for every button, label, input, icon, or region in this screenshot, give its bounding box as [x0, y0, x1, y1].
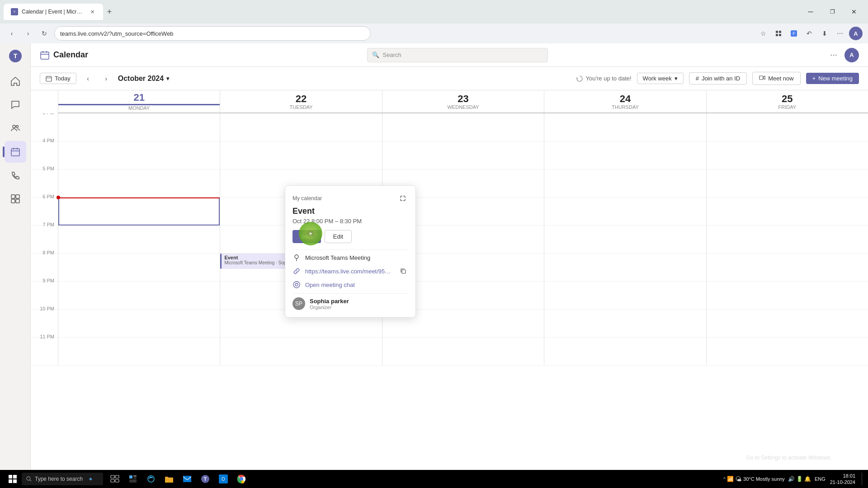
history-icon[interactable]: ↶ — [803, 27, 816, 40]
day-cell[interactable] — [220, 141, 382, 169]
copy-link-button[interactable] — [398, 266, 408, 276]
today-button[interactable]: Today — [40, 73, 76, 84]
next-week-button[interactable]: › — [100, 72, 113, 85]
svg-rect-26 — [115, 475, 119, 478]
battery-icon[interactable]: 🔋 — [796, 476, 803, 482]
join-with-id-button[interactable]: # Join with an ID — [689, 72, 747, 84]
new-meeting-button[interactable]: + New meeting — [806, 73, 859, 84]
weather-display[interactable]: 🌤 30°C Mostly sunny — [735, 475, 785, 483]
sidebar-item-home[interactable] — [5, 70, 26, 92]
day-cell[interactable] — [544, 113, 706, 141]
day-cell[interactable] — [707, 253, 868, 282]
day-cell[interactable] — [544, 225, 706, 253]
user-avatar[interactable]: A — [844, 48, 859, 62]
taskbar-outlook[interactable]: O — [215, 471, 231, 487]
taskbar-task-view[interactable] — [107, 471, 123, 487]
show-hidden-icons[interactable]: ^ — [723, 477, 726, 482]
day-cell[interactable] — [58, 225, 220, 253]
day-cell[interactable] — [707, 197, 868, 225]
day-cell[interactable] — [58, 253, 220, 282]
day-cell[interactable] — [544, 338, 706, 366]
close-button[interactable]: ✕ — [844, 5, 864, 19]
day-cell[interactable] — [382, 141, 544, 169]
sidebar-item-chat[interactable] — [5, 94, 26, 116]
taskbar-explorer[interactable] — [161, 471, 177, 487]
refresh-button[interactable]: ↻ — [38, 27, 51, 40]
day-cell[interactable] — [707, 225, 868, 253]
day-cell[interactable] — [58, 197, 220, 225]
prev-week-button[interactable]: ‹ — [82, 72, 94, 85]
svg-rect-31 — [133, 478, 137, 479]
day-cell[interactable] — [58, 169, 220, 197]
day-cell[interactable] — [544, 169, 706, 197]
open-meeting-chat-button[interactable]: Open meeting chat — [305, 282, 355, 288]
day-cell[interactable] — [220, 338, 382, 366]
address-bar[interactable]: teams.live.com/v2/?utm_source=OfficeWeb — [54, 26, 371, 41]
new-tab-button[interactable]: + — [103, 5, 116, 18]
forward-button[interactable]: › — [22, 27, 34, 40]
notifications-icon[interactable]: 🔔 — [804, 476, 811, 482]
day-cell[interactable] — [544, 310, 706, 338]
taskbar-search[interactable]: Type here to search ✦ — [22, 473, 103, 485]
day-cell[interactable] — [58, 282, 220, 310]
day-cell[interactable] — [544, 282, 706, 310]
start-button[interactable] — [4, 472, 22, 486]
extensions-icon[interactable] — [772, 27, 785, 40]
taskbar-clock[interactable]: 18:01 21-10-2024 — [827, 473, 858, 486]
tab-close-button[interactable]: ✕ — [89, 8, 96, 15]
taskbar-mail[interactable] — [179, 471, 195, 487]
day-cell[interactable] — [544, 197, 706, 225]
taskbar-widgets[interactable] — [125, 471, 141, 487]
network-icon[interactable]: 📶 — [727, 476, 734, 482]
day-cell[interactable] — [220, 113, 382, 141]
popup-join-button[interactable]: Join — [292, 230, 321, 243]
day-name: Thursday — [612, 104, 639, 110]
day-cell[interactable] — [544, 141, 706, 169]
sidebar-item-calls[interactable] — [5, 164, 26, 186]
browser-profile-avatar[interactable]: A — [849, 27, 863, 40]
taskbar-teams-app[interactable]: T — [197, 471, 213, 487]
work-week-button[interactable]: Work week ▾ — [637, 73, 684, 84]
downloads-icon[interactable]: ⬇ — [818, 27, 831, 40]
day-cell[interactable] — [707, 113, 868, 141]
bookmark-icon[interactable]: ☆ — [757, 27, 769, 40]
sidebar-item-teams[interactable] — [5, 117, 26, 139]
show-desktop-button[interactable] — [862, 473, 864, 485]
popup-meeting-link[interactable]: https://teams.live.com/meet/953923835156… — [305, 268, 394, 275]
day-cell[interactable] — [707, 310, 868, 338]
popup-edit-button[interactable]: Edit — [325, 230, 352, 243]
day-cell[interactable] — [707, 338, 868, 366]
day-cell[interactable] — [58, 310, 220, 338]
day-cell[interactable] — [58, 338, 220, 366]
taskbar-edge[interactable] — [143, 471, 159, 487]
day-cell[interactable] — [382, 338, 544, 366]
calendar-scroll-area[interactable]: 3 PM4 PM5 PM6 PM7 PM8 PM9 PM10 PM11 PM E… — [31, 113, 868, 488]
day-cell[interactable] — [544, 253, 706, 282]
meet-now-button[interactable]: Meet now — [752, 72, 800, 85]
sidebar-item-calendar[interactable] — [5, 141, 26, 163]
svg-rect-3 — [779, 31, 781, 33]
day-cell[interactable] — [58, 141, 220, 169]
popup-expand-button[interactable] — [397, 193, 408, 204]
browser-more-icon[interactable]: ⋯ — [834, 27, 846, 40]
search-box[interactable]: 🔍 Search — [367, 48, 548, 62]
day-cell[interactable] — [58, 113, 220, 141]
teams-logo[interactable]: T — [6, 47, 24, 65]
sidebar-item-apps[interactable] — [5, 188, 26, 210]
profile-extensions-icon[interactable]: F — [788, 27, 800, 40]
volume-icon[interactable]: 🔊 — [788, 476, 795, 482]
popup-location-row: Microsoft Teams Meeting — [292, 253, 408, 262]
active-tab[interactable]: T Calendar | Event | Microsoft Tea... ✕ — [4, 4, 103, 20]
minimize-button[interactable]: ─ — [800, 5, 821, 19]
day-number: 21 — [58, 92, 220, 105]
day-cell[interactable] — [707, 282, 868, 310]
day-cell[interactable] — [382, 113, 544, 141]
day-cell[interactable] — [707, 169, 868, 197]
day-cell[interactable] — [707, 141, 868, 169]
taskbar-chrome[interactable] — [233, 471, 250, 487]
back-button[interactable]: ‹ — [5, 27, 18, 40]
svg-text:F: F — [793, 31, 795, 36]
month-label[interactable]: October 2024 ▾ — [118, 75, 169, 83]
restore-button[interactable]: ❐ — [822, 5, 843, 19]
more-options-button[interactable]: ⋯ — [826, 48, 841, 62]
